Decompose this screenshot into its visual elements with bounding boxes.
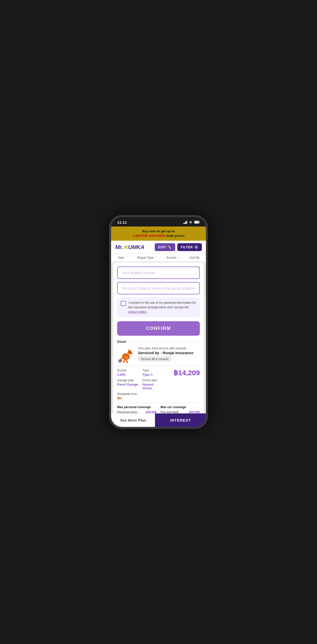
insurance-card: รู้ใจ Vios plan, best service with rewar… — [117, 347, 200, 362]
app-header: Mr. KUMKA EDIT ✏️ FILTER ⚙️ — [111, 241, 206, 254]
svg-point-8 — [130, 352, 131, 353]
interest-button[interactable]: INTEREST — [155, 413, 206, 427]
consent-checkbox[interactable] — [121, 301, 126, 306]
filter-excess[interactable]: Excess — [164, 256, 179, 259]
app-logo: Mr. KUMKA — [115, 244, 144, 251]
status-icons — [183, 220, 200, 224]
insurance-details: Vios plan, best service with rewards Ser… — [138, 347, 200, 362]
filter-bar: Type Repair Type Excess Sort By — [111, 254, 206, 261]
consent-text: I consent to the use of my personal info… — [128, 300, 196, 314]
header-buttons: EDIT ✏️ FILTER ⚙️ — [155, 243, 202, 251]
specs-price-row: Excess 5,000 Type Type 1 Garage plan Pan… — [117, 369, 200, 400]
promo-banner: Buy now to get up to 1,000THB VOUCHER Gr… — [111, 226, 206, 241]
svg-text:รู้ใจ: รู้ใจ — [118, 359, 122, 363]
modal-overlay: × I consent to the use of my personal in… — [113, 262, 204, 427]
bottom-bar: See More Plan INTEREST — [111, 413, 206, 427]
voucher-highlight: 1,000THB VOUCHER — [132, 234, 165, 238]
signal-icon — [183, 221, 187, 224]
divider-line — [128, 342, 200, 342]
roadside-col: Roadside Asst. No — [117, 392, 164, 400]
details-divider — [117, 366, 200, 366]
filter-type[interactable]: Type — [115, 256, 127, 259]
close-button[interactable]: × — [198, 265, 200, 270]
roojai-logo: รู้ใจ — [117, 347, 135, 362]
excess-type-row: Excess 5,000 Type Type 1 — [117, 369, 164, 376]
rewards-badge: Receive $0 in rewards — [138, 356, 172, 362]
svg-point-6 — [129, 349, 130, 352]
email-input[interactable] — [117, 282, 200, 294]
filter-button[interactable]: FILTER ⚙️ — [177, 243, 202, 251]
mobile-input[interactable] — [117, 267, 200, 279]
driver-col: Driver plan Named Driver — [143, 378, 164, 390]
time-display: 11:11 — [117, 220, 127, 224]
edit-button[interactable]: EDIT ✏️ — [155, 243, 175, 251]
wifi-icon — [189, 220, 193, 224]
see-more-button[interactable]: See More Plan — [111, 413, 155, 427]
price-display: ฿14,209 — [173, 369, 200, 377]
garage-driver-row: Garage plan Panel Garage Driver plan Nam… — [117, 378, 164, 390]
svg-rect-2 — [199, 222, 200, 223]
filter-repair-type[interactable]: Repair Type — [135, 256, 156, 259]
svg-rect-1 — [195, 221, 199, 223]
consent-container: I consent to the use of my personal info… — [117, 297, 200, 317]
phone-frame: 11:11 — [109, 215, 208, 429]
type-col: Type Type 1 — [143, 369, 164, 376]
price-col: ฿14,209 — [173, 369, 200, 377]
battery-icon — [194, 220, 200, 224]
specs-left: Excess 5,000 Type Type 1 Garage plan Pan… — [117, 369, 164, 400]
privacy-policy-link[interactable]: privacy policy. — [128, 310, 147, 314]
status-bar: 11:11 — [111, 217, 206, 226]
svg-point-5 — [130, 352, 132, 354]
garage-col: Garage plan Panel Garage — [117, 378, 138, 386]
excess-col: Excess 5,000 — [117, 369, 138, 376]
coverage-divider — [117, 403, 200, 403]
phone-screen: 11:11 — [111, 217, 206, 427]
filter-sort[interactable]: Sort By — [187, 256, 202, 259]
svg-point-7 — [125, 356, 128, 359]
detail-header: Detail — [117, 340, 200, 344]
confirm-button[interactable]: CONFIRM — [117, 321, 200, 336]
